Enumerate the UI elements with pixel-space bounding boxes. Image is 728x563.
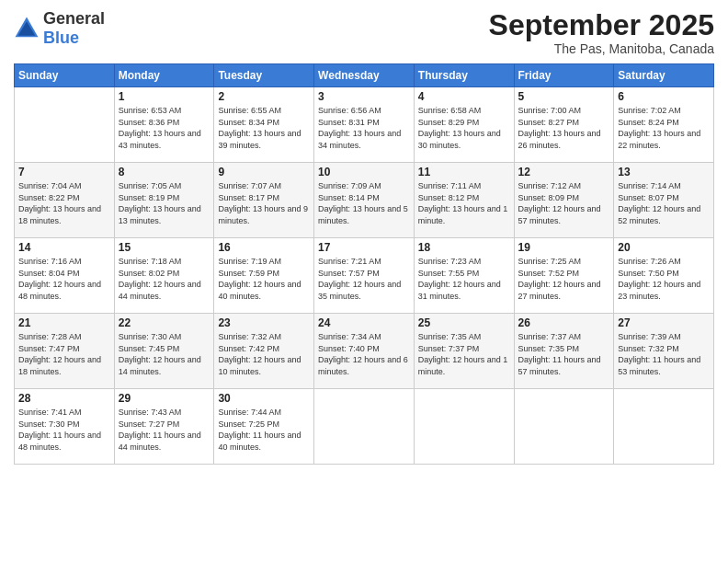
daylight-text: Daylight: 12 hours and 1 minute. — [418, 355, 508, 376]
day-number: 27 — [618, 316, 710, 329]
calendar-week-row: 21 Sunrise: 7:28 AM Sunset: 7:47 PM Dayl… — [15, 314, 714, 389]
sunrise-text: Sunrise: 7:14 AM — [618, 181, 681, 190]
day-info: Sunrise: 7:18 AM Sunset: 8:02 PM Dayligh… — [119, 256, 210, 302]
sunrise-text: Sunrise: 7:44 AM — [218, 408, 281, 417]
sunrise-text: Sunrise: 7:16 AM — [18, 257, 82, 266]
sunset-text: Sunset: 7:25 PM — [218, 419, 279, 429]
sunrise-text: Sunrise: 7:02 AM — [618, 106, 681, 115]
sunset-text: Sunset: 7:37 PM — [418, 344, 480, 353]
sunset-text: Sunset: 8:14 PM — [318, 193, 380, 202]
day-info: Sunrise: 7:09 AM Sunset: 8:14 PM Dayligh… — [318, 180, 410, 226]
sunset-text: Sunset: 8:31 PM — [318, 118, 380, 127]
table-row: 2 Sunrise: 6:55 AM Sunset: 8:34 PM Dayli… — [214, 87, 314, 163]
day-info: Sunrise: 7:35 AM Sunset: 7:37 PM Dayligh… — [418, 331, 510, 377]
day-number: 19 — [518, 241, 610, 254]
sunrise-text: Sunrise: 7:11 AM — [418, 181, 482, 190]
table-row: 3 Sunrise: 6:56 AM Sunset: 8:31 PM Dayli… — [314, 87, 415, 163]
table-row: 24 Sunrise: 7:34 AM Sunset: 7:40 PM Dayl… — [314, 314, 415, 389]
table-row: 13 Sunrise: 7:14 AM Sunset: 8:07 PM Dayl… — [614, 163, 714, 238]
sunrise-text: Sunrise: 7:23 AM — [418, 257, 482, 266]
sunrise-text: Sunrise: 7:21 AM — [318, 257, 381, 266]
daylight-text: Daylight: 12 hours and 31 minutes. — [418, 280, 501, 301]
sunrise-text: Sunrise: 7:32 AM — [218, 332, 281, 341]
day-number: 25 — [418, 316, 510, 329]
table-row: 28 Sunrise: 7:41 AM Sunset: 7:30 PM Dayl… — [15, 389, 115, 465]
daylight-text: Daylight: 12 hours and 44 minutes. — [119, 280, 201, 301]
sunset-text: Sunset: 8:09 PM — [518, 193, 580, 202]
sunset-text: Sunset: 8:02 PM — [119, 269, 180, 278]
col-wednesday: Wednesday — [314, 64, 415, 87]
sunrise-text: Sunrise: 7:30 AM — [119, 332, 182, 341]
table-row: 19 Sunrise: 7:25 AM Sunset: 7:52 PM Dayl… — [514, 238, 614, 314]
day-info: Sunrise: 7:25 AM Sunset: 7:52 PM Dayligh… — [518, 256, 610, 302]
day-number: 9 — [218, 166, 310, 178]
calendar-week-row: 1 Sunrise: 6:53 AM Sunset: 8:36 PM Dayli… — [15, 87, 714, 163]
day-info: Sunrise: 7:37 AM Sunset: 7:35 PM Dayligh… — [518, 331, 610, 377]
table-row: 30 Sunrise: 7:44 AM Sunset: 7:25 PM Dayl… — [214, 389, 314, 465]
table-row: 1 Sunrise: 6:53 AM Sunset: 8:36 PM Dayli… — [114, 87, 214, 163]
daylight-text: Daylight: 12 hours and 18 minutes. — [18, 355, 101, 376]
day-info: Sunrise: 7:30 AM Sunset: 7:45 PM Dayligh… — [119, 331, 210, 377]
sunrise-text: Sunrise: 7:04 AM — [18, 181, 82, 190]
sunset-text: Sunset: 7:40 PM — [318, 344, 380, 353]
sunset-text: Sunset: 8:29 PM — [418, 118, 480, 127]
sunset-text: Sunset: 8:22 PM — [18, 193, 80, 202]
daylight-text: Daylight: 13 hours and 30 minutes. — [418, 129, 501, 150]
day-number: 26 — [518, 316, 610, 329]
day-info: Sunrise: 7:28 AM Sunset: 7:47 PM Dayligh… — [18, 331, 110, 377]
calendar-header-row: Sunday Monday Tuesday Wednesday Thursday… — [15, 64, 714, 87]
day-number: 11 — [418, 166, 510, 178]
col-friday: Friday — [514, 64, 614, 87]
daylight-text: Daylight: 12 hours and 48 minutes. — [18, 280, 101, 301]
table-row: 17 Sunrise: 7:21 AM Sunset: 7:57 PM Dayl… — [314, 238, 415, 314]
daylight-text: Daylight: 12 hours and 14 minutes. — [119, 355, 201, 376]
daylight-text: Daylight: 13 hours and 22 minutes. — [618, 129, 700, 150]
table-row: 10 Sunrise: 7:09 AM Sunset: 8:14 PM Dayl… — [314, 163, 415, 238]
sunrise-text: Sunrise: 7:05 AM — [119, 181, 182, 190]
day-number: 2 — [218, 90, 310, 103]
daylight-text: Daylight: 13 hours and 1 minute. — [418, 204, 508, 225]
day-number: 30 — [218, 392, 310, 405]
page: General Blue September 2025 The Pas, Man… — [0, 0, 728, 563]
table-row — [314, 389, 415, 465]
sunrise-text: Sunrise: 6:53 AM — [119, 106, 182, 115]
daylight-text: Daylight: 12 hours and 52 minutes. — [618, 204, 700, 225]
logo-icon — [14, 16, 40, 41]
day-info: Sunrise: 7:26 AM Sunset: 7:50 PM Dayligh… — [618, 256, 710, 302]
sunset-text: Sunset: 7:52 PM — [518, 269, 580, 278]
day-number: 3 — [318, 90, 410, 103]
day-info: Sunrise: 7:05 AM Sunset: 8:19 PM Dayligh… — [119, 180, 210, 226]
day-info: Sunrise: 7:23 AM Sunset: 7:55 PM Dayligh… — [418, 256, 510, 302]
sunrise-text: Sunrise: 6:56 AM — [318, 106, 381, 115]
sunrise-text: Sunrise: 7:12 AM — [518, 181, 582, 190]
table-row — [15, 87, 115, 163]
day-number: 1 — [119, 90, 210, 103]
daylight-text: Daylight: 11 hours and 57 minutes. — [518, 355, 601, 376]
day-info: Sunrise: 6:53 AM Sunset: 8:36 PM Dayligh… — [119, 105, 210, 151]
sunset-text: Sunset: 8:19 PM — [119, 193, 180, 202]
sunrise-text: Sunrise: 7:37 AM — [518, 332, 582, 341]
logo-blue: Blue — [43, 29, 79, 47]
sunset-text: Sunset: 7:35 PM — [518, 344, 580, 353]
calendar-week-row: 28 Sunrise: 7:41 AM Sunset: 7:30 PM Dayl… — [15, 389, 714, 465]
day-number: 20 — [618, 241, 710, 254]
day-info: Sunrise: 6:56 AM Sunset: 8:31 PM Dayligh… — [318, 105, 410, 151]
sunset-text: Sunset: 7:50 PM — [618, 269, 679, 278]
col-thursday: Thursday — [414, 64, 514, 87]
table-row: 11 Sunrise: 7:11 AM Sunset: 8:12 PM Dayl… — [414, 163, 514, 238]
day-info: Sunrise: 7:44 AM Sunset: 7:25 PM Dayligh… — [218, 407, 310, 453]
sunset-text: Sunset: 7:30 PM — [18, 419, 80, 429]
calendar-week-row: 7 Sunrise: 7:04 AM Sunset: 8:22 PM Dayli… — [15, 163, 714, 238]
logo-general: General — [43, 9, 105, 28]
day-info: Sunrise: 7:02 AM Sunset: 8:24 PM Dayligh… — [618, 105, 710, 151]
daylight-text: Daylight: 11 hours and 40 minutes. — [218, 431, 301, 452]
daylight-text: Daylight: 13 hours and 43 minutes. — [119, 129, 201, 150]
sunrise-text: Sunrise: 7:28 AM — [18, 332, 82, 341]
daylight-text: Daylight: 12 hours and 40 minutes. — [218, 280, 301, 301]
day-number: 6 — [618, 90, 710, 103]
daylight-text: Daylight: 13 hours and 39 minutes. — [218, 129, 301, 150]
sunset-text: Sunset: 7:55 PM — [418, 269, 480, 278]
table-row — [614, 389, 714, 465]
daylight-text: Daylight: 12 hours and 35 minutes. — [318, 280, 401, 301]
daylight-text: Daylight: 12 hours and 6 minutes. — [318, 355, 408, 376]
